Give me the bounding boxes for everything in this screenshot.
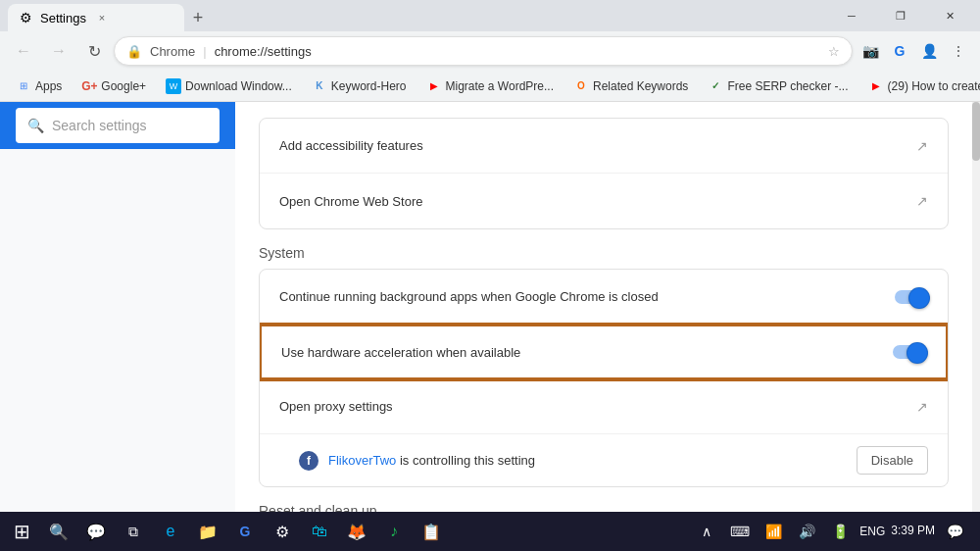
screenshot-icon[interactable]: 📷 (857, 37, 884, 65)
bookmark-keyword-hero[interactable]: K Keyword-Hero (304, 76, 415, 96)
url-text[interactable]: chrome://settings (215, 44, 820, 59)
hardware-acceleration-toggle[interactable] (893, 345, 926, 359)
add-accessibility-row[interactable]: Add accessibility features ↗ (260, 119, 948, 174)
taskbar: ⊞ 🔍 💬 ⧉ e 📁 G ⚙ 🛍 🦊 ♪ 📋 ∧ ⌨ 📶 🔊 🔋 ENG 3:… (0, 512, 980, 551)
taskbar-language: ENG (859, 525, 885, 538)
scrollbar-thumb[interactable] (972, 102, 980, 161)
apps-icon: ⊞ (16, 78, 31, 94)
taskbar-network-icon[interactable]: 📶 (760, 518, 787, 545)
page-wrapper: ⚙ Settings × + ─ ❐ ✕ ← → ↻ 🔒 Chrome | ch… (0, 0, 980, 551)
flikovertwo-text: FlikoverTwo is controlling this setting (328, 453, 847, 468)
proxy-settings-row[interactable]: Open proxy settings ↗ (260, 379, 948, 434)
background-apps-label: Continue running background apps when Go… (279, 289, 895, 304)
start-button[interactable]: ⊞ (4, 514, 39, 549)
settings-content[interactable]: Add accessibility features ↗ Open Chrome… (235, 102, 972, 512)
taskbar-firefox-icon[interactable]: 🦊 (339, 514, 374, 549)
taskbar-clock: 3:39 PM (891, 524, 935, 539)
taskbar-multitask-icon[interactable]: ⧉ (116, 514, 151, 549)
reset-section-header: Reset and clean up (259, 503, 949, 512)
lock-icon: 🔒 (126, 44, 142, 59)
navigation-bar: ← → ↻ 🔒 Chrome | chrome://settings ☆ 📷 G… (0, 31, 980, 71)
refresh-button[interactable]: ↻ (78, 35, 110, 67)
bookmark-google-plus-label: Google+ (101, 79, 146, 93)
system-section-header: System (259, 245, 949, 261)
bookmark-related-keywords-label: Related Keywords (593, 79, 688, 93)
maximize-button[interactable]: ❐ (878, 0, 923, 31)
bookmark-star-icon[interactable]: ☆ (828, 44, 840, 59)
bookmark-related-keywords[interactable]: O Related Keywords (565, 76, 696, 96)
bookmark-apps-label: Apps (35, 79, 62, 93)
disable-button[interactable]: Disable (857, 446, 928, 475)
settings-sidebar: 🔍 Search settings (0, 102, 235, 512)
site-label: Chrome (150, 44, 195, 59)
minimize-button[interactable]: ─ (829, 0, 874, 31)
notification-center-button[interactable]: 💬 (941, 518, 968, 545)
bookmark-migrate-label: Migrate a WordPre... (446, 79, 554, 93)
window-controls: ─ ❐ ✕ (829, 0, 972, 31)
taskbar-tray: ∧ ⌨ 📶 🔊 🔋 ENG 3:39 PM 💬 (685, 518, 976, 545)
main-content-wrapper: 🔍 Search settings Add accessibility feat… (0, 102, 980, 512)
address-bar[interactable]: 🔒 Chrome | chrome://settings ☆ (114, 36, 853, 66)
settings-search-box[interactable]: 🔍 Search settings (16, 108, 220, 143)
background-apps-toggle[interactable] (895, 290, 928, 304)
taskbar-volume-icon[interactable]: 🔊 (793, 518, 820, 545)
taskbar-cortana-icon[interactable]: 💬 (78, 514, 114, 549)
bookmark-apps[interactable]: ⊞ Apps (8, 76, 70, 96)
flikovertwo-icon: f (299, 451, 318, 471)
taskbar-store-icon[interactable]: 🛍 (302, 514, 337, 549)
title-bar: ⚙ Settings × + ─ ❐ ✕ (0, 0, 980, 31)
proxy-settings-label: Open proxy settings (279, 399, 916, 414)
external-link-icon-2[interactable]: ↗ (916, 193, 928, 209)
proxy-external-link-icon[interactable]: ↗ (916, 399, 928, 415)
taskbar-music-icon[interactable]: ♪ (376, 514, 412, 549)
content-inner: Add accessibility features ↗ Open Chrome… (235, 102, 972, 512)
menu-icon[interactable]: ⋮ (945, 37, 972, 65)
flikovertwo-row: f FlikoverTwo is controlling this settin… (260, 434, 948, 486)
flikovertwo-suffix: is controlling this setting (396, 453, 535, 468)
tab-area: ⚙ Settings × + (8, 0, 825, 31)
tab-title: Settings (40, 11, 86, 25)
bookmark-migrate[interactable]: ▶ Migrate a WordPre... (418, 76, 562, 96)
browser-chrome: ⚙ Settings × + ─ ❐ ✕ ← → ↻ 🔒 Chrome | ch… (0, 0, 980, 512)
hardware-acceleration-row: Use hardware acceleration when available (260, 325, 948, 379)
bookmark-how-to[interactable]: ▶ (29) How to create... (860, 76, 980, 96)
related-keywords-icon: O (573, 78, 589, 94)
nav-icons-right: 📷 G 👤 ⋮ (857, 37, 972, 65)
taskbar-search-icon[interactable]: 🔍 (41, 514, 76, 549)
taskbar-keyboard-icon[interactable]: ⌨ (726, 518, 754, 545)
tab-favicon: ⚙ (20, 10, 32, 25)
taskbar-explorer-icon[interactable]: 📁 (190, 514, 225, 549)
tab-close-button[interactable]: × (94, 10, 110, 25)
close-button[interactable]: ✕ (927, 0, 972, 31)
taskbar-up-arrow[interactable]: ∧ (693, 518, 720, 545)
extensions-icon[interactable]: G (886, 37, 913, 65)
external-link-icon[interactable]: ↗ (916, 138, 928, 154)
bookmark-download-window[interactable]: W Download Window... (158, 76, 300, 96)
bookmark-serp-checker[interactable]: ✓ Free SERP checker -... (700, 76, 856, 96)
taskbar-settings-icon[interactable]: ⚙ (265, 514, 300, 549)
migrate-icon: ▶ (426, 78, 442, 94)
taskbar-battery-icon[interactable]: 🔋 (826, 518, 854, 545)
flikovertwo-name: FlikoverTwo (328, 453, 396, 468)
search-input[interactable]: Search settings (52, 118, 208, 133)
hardware-acceleration-label: Use hardware acceleration when available (281, 345, 893, 360)
bookmark-google-plus[interactable]: G+ Google+ (74, 76, 154, 96)
bookmark-serp-checker-label: Free SERP checker -... (727, 79, 848, 93)
bookmark-how-to-label: (29) How to create... (888, 79, 980, 93)
add-accessibility-label: Add accessibility features (279, 138, 916, 153)
serp-checker-icon: ✓ (708, 78, 723, 94)
profile-icon[interactable]: 👤 (915, 37, 943, 65)
taskbar-chrome-icon[interactable]: G (227, 514, 263, 549)
search-icon: 🔍 (27, 118, 44, 133)
taskbar-unknown-icon[interactable]: 📋 (414, 514, 449, 549)
taskbar-edge-icon[interactable]: e (153, 514, 188, 549)
back-button[interactable]: ← (8, 35, 39, 67)
active-tab[interactable]: ⚙ Settings × (8, 4, 184, 31)
scrollbar[interactable] (972, 102, 980, 512)
bookmark-download-window-label: Download Window... (185, 79, 292, 93)
open-chrome-store-row[interactable]: Open Chrome Web Store ↗ (260, 174, 948, 228)
download-window-icon: W (166, 78, 181, 94)
forward-button[interactable]: → (43, 35, 74, 67)
bookmark-keyword-hero-label: Keyword-Hero (331, 79, 407, 93)
new-tab-button[interactable]: + (184, 4, 212, 31)
